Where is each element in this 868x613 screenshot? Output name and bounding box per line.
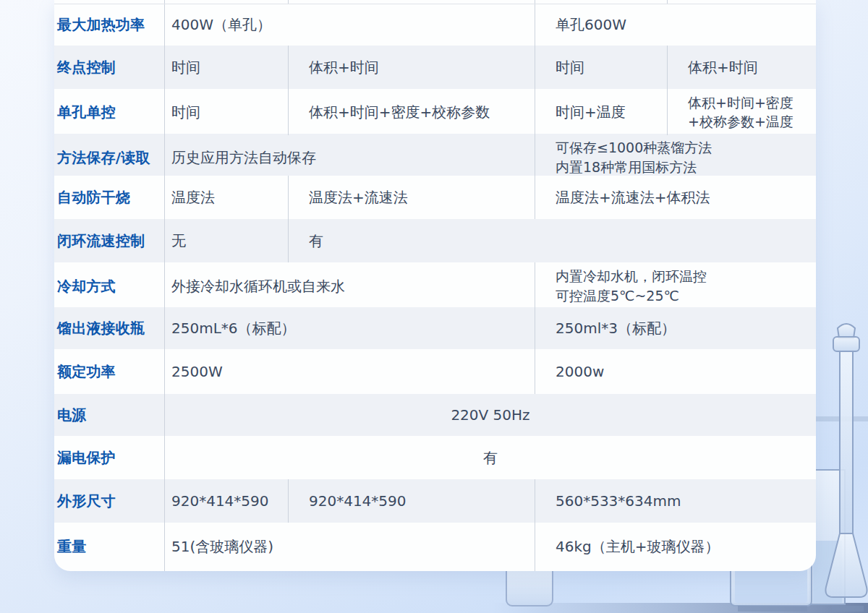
spec-value: 2000w xyxy=(535,349,816,394)
spec-label: 自动防干烧 xyxy=(54,176,164,219)
spec-label: 终点控制 xyxy=(54,46,164,89)
spec-label: 单孔单控 xyxy=(54,89,164,135)
spec-value: 有 xyxy=(288,219,816,262)
spec-value: 体积+时间 xyxy=(288,46,535,89)
spec-label: 电源 xyxy=(54,394,164,436)
table-row: 额定功率 2500W 2000w xyxy=(54,349,816,394)
spec-value: 400W（单孔） xyxy=(164,4,535,46)
spec-value: 时间 xyxy=(535,46,667,89)
table-row: 方法保存/读取 历史应用方法自动保存 可保存≤1000种蒸馏方法 内置18种常用… xyxy=(54,134,816,176)
spec-value: 单孔600W xyxy=(535,4,816,46)
spec-label: 闭环流速控制 xyxy=(54,219,164,262)
spec-value: 温度法+流速法 xyxy=(288,176,535,219)
spec-value: 51(含玻璃仪器) xyxy=(164,523,535,571)
table-row: 终点控制 时间 体积+时间 时间 体积+时间 xyxy=(54,46,816,89)
table-row: 单孔单控 时间 体积+时间+密度+校称参数 时间+温度 体积+时间+密度+校称参… xyxy=(54,89,816,134)
spec-label: 外形尺寸 xyxy=(54,479,164,523)
spec-value: 250ml*3（标配） xyxy=(535,307,816,349)
spec-label: 冷却方式 xyxy=(54,262,164,310)
spec-value: 有 xyxy=(164,436,816,479)
spec-table: 最大加热功率 400W（单孔） 单孔600W 终点控制 时间 体积+时间 时间 … xyxy=(54,0,816,571)
spec-value: 920*414*590 xyxy=(288,479,535,523)
table-row: 自动防干烧 温度法 温度法+流速法 温度法+流速法+体积法 xyxy=(54,176,816,219)
spec-label: 方法保存/读取 xyxy=(54,134,164,181)
spec-label: 最大加热功率 xyxy=(54,4,164,46)
table-row: 馏出液接收瓶 250mL*6（标配） 250ml*3（标配） xyxy=(54,307,816,349)
spec-value: 920*414*590 xyxy=(164,479,288,523)
spec-value: 体积+时间+密度+校称参数 xyxy=(288,89,535,135)
spec-value: 内置冷却水机，闭环温控 可控温度5℃~25℃ xyxy=(535,262,816,310)
spec-value: 560*533*634mm xyxy=(535,479,816,523)
reflection xyxy=(738,606,807,612)
table-row: 外形尺寸 920*414*590 920*414*590 560*533*634… xyxy=(54,479,816,523)
spec-label: 漏电保护 xyxy=(54,436,164,479)
spec-label: 额定功率 xyxy=(54,349,164,394)
table-row: 漏电保护 有 xyxy=(54,436,816,479)
spec-value: 时间 xyxy=(164,89,288,135)
spec-value: 时间+温度 xyxy=(535,89,667,135)
spec-value: 温度法+流速法+体积法 xyxy=(535,176,816,219)
spec-value: 体积+时间+密度+校称参数+温度 xyxy=(667,89,816,135)
table-row: 电源 220V 50Hz xyxy=(54,394,816,436)
spec-value: 250mL*6（标配） xyxy=(164,307,535,349)
spec-value: 温度法 xyxy=(164,176,288,219)
spec-value: 无 xyxy=(164,219,288,262)
spec-value: 体积+时间 xyxy=(667,46,816,89)
spec-label: 馏出液接收瓶 xyxy=(54,307,164,349)
spec-value: 历史应用方法自动保存 xyxy=(164,134,535,181)
page-background: 最大加热功率 400W（单孔） 单孔600W 终点控制 时间 体积+时间 时间 … xyxy=(0,0,868,613)
spec-value: 可保存≤1000种蒸馏方法 内置18种常用国标方法 xyxy=(535,134,816,181)
spec-value: 220V 50Hz xyxy=(164,394,816,436)
table-row: 冷却方式 外接冷却水循环机或自来水 内置冷却水机，闭环温控 可控温度5℃~25℃ xyxy=(54,262,816,307)
spec-label: 重量 xyxy=(54,523,164,571)
reflection xyxy=(832,606,864,612)
table-row: 重量 51(含玻璃仪器) 46kg（主机+玻璃仪器） xyxy=(54,523,816,571)
spec-value: 外接冷却水循环机或自来水 xyxy=(164,262,535,310)
spec-value: 46kg（主机+玻璃仪器） xyxy=(535,523,816,571)
spec-value: 时间 xyxy=(164,46,288,89)
table-row: 闭环流速控制 无 有 xyxy=(54,219,816,262)
table-row: 最大加热功率 400W（单孔） 单孔600W xyxy=(54,4,816,46)
spec-value: 2500W xyxy=(164,349,535,394)
